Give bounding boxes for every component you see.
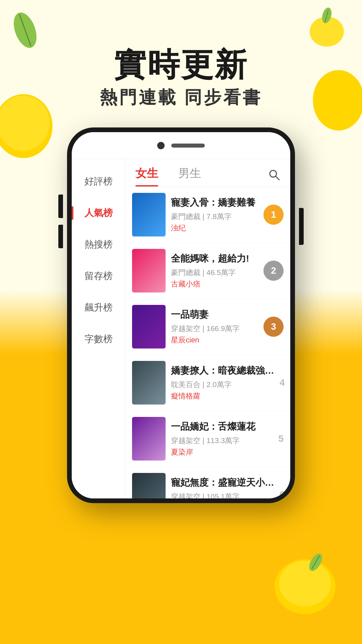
side-button-left-top [58,195,63,218]
svg-line-12 [312,556,319,569]
tab-bar: 女生 男生 [125,159,290,187]
list-item[interactable]: 全能媽咪，超給力! 豪門總裁 | 46.5萬字 古藏小痞 2 [125,243,290,299]
book-cover [132,305,166,348]
svg-point-11 [307,551,325,573]
book-list: 寵妻入骨：嬌妻難養 豪門總裁 | 7.8萬字 浊纪 1 [125,187,290,498]
search-button[interactable] [268,169,280,184]
book-cover [132,193,166,236]
tab-male[interactable]: 男生 [178,166,201,186]
svg-line-14 [276,176,279,180]
svg-point-4 [320,7,333,24]
app-content: 好評榜 人氣榜 熱搜榜 留存榜 飆升榜 字數榜 [72,159,290,498]
rank-number: 4 [280,377,285,388]
book-title: 全能媽咪，超給力! [171,252,258,265]
book-meta: 耽美百合 | 2.0萬字 [171,380,274,390]
book-info: 一品嬌妃：舌燦蓮花 穿越架空 | 113.3萬字 夏染岸 [171,420,273,457]
background: 實時更新 熱門連載 同步看書 好評榜 人氣榜 [0,0,362,644]
speaker-icon [171,144,205,148]
list-item[interactable]: 寵妻入骨：嬌妻難養 豪門總裁 | 7.8萬字 浊纪 1 [125,187,290,243]
rank-number: 5 [278,433,284,444]
side-button-right [299,208,304,245]
book-meta: 穿越架空 | 113.3萬字 [171,436,273,446]
camera-icon [157,142,165,149]
sidebar-item-word-count[interactable]: 字數榜 [72,323,125,355]
book-rank: 5 [278,433,284,444]
book-cover [132,249,166,292]
main-title: 實時更新 [0,47,362,83]
svg-point-2 [310,17,344,47]
main-content-area: 女生 男生 [125,159,290,498]
sidebar: 好評榜 人氣榜 熱搜榜 留存榜 飆升榜 字數榜 [72,159,125,498]
book-info: 寵妃無度：盛寵逆天小… 穿越架空 | 105.1萬字 玳瑁狂人 [171,476,274,498]
book-cover [132,361,166,405]
header-area: 實時更新 熱門連載 同步看書 [0,47,362,109]
book-info: 嬌妻撩人：暗夜總裁強… 耽美百合 | 2.0萬字 癡情格蘿 [171,364,274,401]
phone-notch [72,132,290,159]
sidebar-item-retention[interactable]: 留存榜 [72,260,125,292]
svg-line-5 [325,10,328,22]
list-item[interactable]: 寵妃無度：盛寵逆天小… 穿越架空 | 105.1萬字 玳瑁狂人 6 [125,467,290,498]
rank-badge-bronze: 3 [263,317,284,337]
book-rank: 3 [263,317,284,337]
book-title: 寵妃無度：盛寵逆天小… [171,476,274,489]
book-meta: 穿越架空 | 105.1萬字 [171,492,274,498]
book-title: 一品嬌妃：舌燦蓮花 [171,420,273,433]
svg-point-10 [279,561,331,606]
book-meta: 穿越架空 | 166.9萬字 [171,324,258,334]
rank-badge-silver: 2 [263,261,284,281]
lemon-bottom-right-icon [268,550,342,617]
book-rank: 6 [280,489,285,498]
tab-female[interactable]: 女生 [135,166,158,186]
book-title: 寵妻入骨：嬌妻難養 [171,196,258,209]
book-rank: 4 [280,377,285,388]
phone-screen: 好評榜 人氣榜 熱搜榜 留存榜 飆升榜 字數榜 [67,127,295,503]
svg-point-0 [10,10,40,50]
book-meta: 豪門總裁 | 46.5萬字 [171,268,258,278]
book-cover [132,417,166,461]
book-title: 嬌妻撩人：暗夜總裁強… [171,364,274,377]
svg-line-1 [19,14,31,46]
rank-badge-gold: 1 [263,205,284,225]
leaf-top-left-icon [10,10,40,50]
side-button-left-bottom [58,225,63,248]
sub-title: 熱門連載 同步看書 [0,86,362,109]
lemon-top-right-icon [305,7,349,50]
book-author: 古藏小痞 [171,279,258,289]
book-rank: 1 [263,205,284,225]
search-icon [268,169,280,181]
book-info: 寵妻入骨：嬌妻難養 豪門總裁 | 7.8萬字 浊纪 [171,196,258,233]
sidebar-item-popularity[interactable]: 人氣榜 [72,197,125,229]
svg-point-9 [275,559,336,614]
book-meta: 豪門總裁 | 7.8萬字 [171,212,258,222]
list-item[interactable]: 嬌妻撩人：暗夜總裁強… 耽美百合 | 2.0萬字 癡情格蘿 4 [125,355,290,411]
phone-mockup: 好評榜 人氣榜 熱搜榜 留存榜 飆升榜 字數榜 [67,127,295,503]
sidebar-item-rising[interactable]: 飆升榜 [72,292,125,323]
svg-point-3 [310,17,344,47]
rank-number: 6 [280,489,285,498]
book-info: 全能媽咪，超給力! 豪門總裁 | 46.5萬字 古藏小痞 [171,252,258,289]
sidebar-item-hot-search[interactable]: 熱搜榜 [72,229,125,260]
list-item[interactable]: 一品嬌妃：舌燦蓮花 穿越架空 | 113.3萬字 夏染岸 5 [125,411,290,467]
book-info: 一品萌妻 穿越架空 | 166.9萬字 星辰cien [171,308,258,345]
sidebar-item-good-rating[interactable]: 好評榜 [72,166,125,197]
book-author: 浊纪 [171,223,258,233]
book-author: 夏染岸 [171,447,273,457]
book-author: 癡情格蘿 [171,391,274,401]
book-cover [132,473,166,498]
book-rank: 2 [263,261,284,281]
list-item[interactable]: 一品萌妻 穿越架空 | 166.9萬字 星辰cien 3 [125,299,290,355]
book-author: 星辰cien [171,335,258,345]
book-title: 一品萌妻 [171,308,258,321]
